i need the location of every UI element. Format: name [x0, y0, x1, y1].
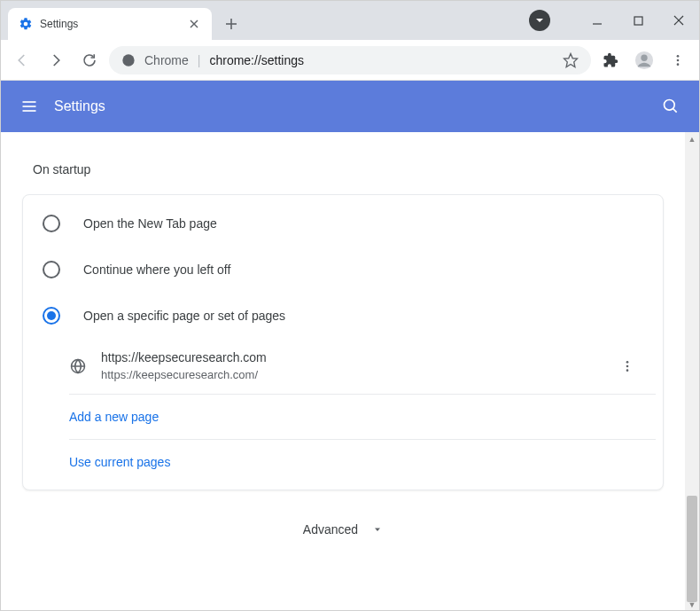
settings-content: On startup Open the New Tab page Continu…	[1, 132, 685, 611]
svg-line-20	[673, 109, 677, 113]
radio-icon	[43, 307, 60, 325]
svg-marker-26	[375, 528, 380, 531]
startup-page-title: https://keepsecuresearch.com	[101, 349, 599, 367]
tab-title: Settings	[40, 18, 180, 30]
profile-badge[interactable]	[529, 10, 550, 31]
svg-point-12	[641, 54, 647, 60]
more-actions-button[interactable]	[613, 352, 642, 380]
maximize-button[interactable]	[618, 4, 658, 36]
svg-marker-10	[564, 53, 578, 67]
radio-label: Continue where you left off	[83, 262, 230, 277]
scroll-up-arrow-icon[interactable]: ▲	[685, 132, 699, 146]
minimize-button[interactable]	[577, 4, 618, 36]
browser-tab[interactable]: Settings	[8, 8, 212, 40]
menu-dots-icon[interactable]	[664, 46, 692, 74]
svg-point-24	[626, 365, 629, 368]
forward-button[interactable]	[42, 46, 70, 74]
omnibox-divider: |	[198, 53, 201, 67]
startup-card: Open the New Tab page Continue where you…	[22, 194, 664, 490]
scroll-thumb[interactable]	[687, 496, 697, 602]
advanced-label: Advanced	[303, 522, 358, 537]
back-button[interactable]	[8, 46, 36, 74]
settings-appbar: Settings	[1, 81, 699, 132]
advanced-toggle[interactable]: Advanced	[22, 522, 664, 537]
vertical-scrollbar[interactable]: ▲ ▼	[685, 132, 699, 611]
profile-avatar-icon[interactable]	[630, 46, 658, 74]
chrome-icon	[121, 53, 136, 67]
address-bar: Chrome | chrome://settings	[1, 40, 699, 81]
svg-point-14	[677, 59, 680, 61]
radio-label: Open the New Tab page	[83, 216, 217, 231]
use-current-pages-link[interactable]: Use current pages	[69, 440, 656, 484]
gear-icon	[19, 17, 33, 31]
radio-icon	[43, 261, 60, 278]
radio-continue[interactable]: Continue where you left off	[23, 247, 663, 293]
reload-button[interactable]	[75, 46, 104, 74]
svg-rect-6	[634, 17, 642, 25]
startup-page-url: https://keepsecuresearch.com/	[101, 367, 599, 383]
radio-icon	[43, 215, 60, 232]
chevron-down-icon	[372, 524, 383, 535]
window-titlebar: Settings	[1, 1, 699, 40]
bookmark-star-icon[interactable]	[563, 52, 579, 68]
new-tab-button[interactable]	[219, 12, 244, 36]
radio-specific-pages[interactable]: Open a specific page or set of pages	[23, 293, 663, 339]
svg-point-13	[677, 55, 680, 58]
startup-page-row: https://keepsecuresearch.com https://kee…	[69, 339, 656, 395]
svg-point-23	[626, 361, 629, 364]
scroll-down-arrow-icon[interactable]: ▼	[685, 598, 699, 611]
radio-label: Open a specific page or set of pages	[83, 309, 285, 323]
svg-marker-4	[536, 19, 543, 22]
svg-point-15	[677, 63, 680, 66]
svg-point-9	[122, 54, 134, 66]
window-controls	[529, 1, 699, 40]
omnibox-chrome-label: Chrome	[144, 53, 189, 67]
section-heading: On startup	[33, 162, 664, 176]
search-button[interactable]	[653, 89, 688, 124]
close-window-button[interactable]	[658, 4, 699, 36]
omnibox-path: chrome://settings	[209, 53, 304, 67]
extensions-icon[interactable]	[596, 46, 625, 74]
link-label: Use current pages	[69, 455, 170, 469]
omnibox[interactable]: Chrome | chrome://settings	[109, 46, 591, 74]
svg-point-19	[665, 100, 675, 111]
radio-new-tab[interactable]: Open the New Tab page	[23, 200, 663, 247]
globe-icon	[69, 357, 87, 375]
link-label: Add a new page	[69, 410, 159, 424]
svg-point-25	[626, 369, 629, 372]
add-new-page-link[interactable]: Add a new page	[69, 395, 656, 440]
close-icon[interactable]	[187, 17, 201, 31]
appbar-title: Settings	[54, 98, 105, 114]
hamburger-menu-button[interactable]	[12, 89, 47, 124]
